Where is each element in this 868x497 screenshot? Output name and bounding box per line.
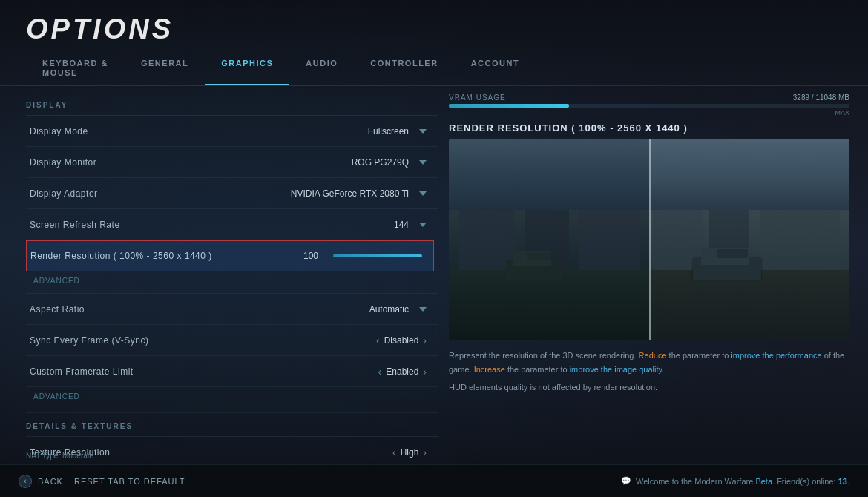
ground-right bbox=[649, 270, 849, 340]
aspect-ratio-label: Aspect Ratio bbox=[30, 304, 85, 315]
render-resolution-track[interactable] bbox=[333, 254, 422, 257]
display-monitor-value: ROG PG279Q bbox=[352, 157, 427, 168]
back-icon: ‹ bbox=[19, 475, 32, 488]
nav-tabs: KEYBOARD &MOUSE GENERAL GRAPHICS AUDIO C… bbox=[0, 45, 868, 86]
vsync-arrow-right[interactable]: › bbox=[423, 335, 427, 346]
display-adapter-label: Display Adapter bbox=[30, 188, 98, 199]
nat-type: NAT Type: Moderate bbox=[26, 452, 93, 460]
scene-left bbox=[449, 139, 649, 340]
aspect-ratio-chevron bbox=[419, 307, 427, 312]
advanced-framerate-row[interactable]: Advanced bbox=[26, 387, 438, 413]
advanced-framerate-label: Advanced bbox=[30, 389, 84, 407]
framerate-limit-label: Custom Framerate Limit bbox=[30, 366, 134, 377]
screen-refresh-rate-label: Screen Refresh Rate bbox=[30, 220, 120, 230]
texture-resolution-row[interactable]: Texture Resolution ‹ High › bbox=[26, 437, 438, 464]
tab-graphics[interactable]: GRAPHICS bbox=[205, 51, 289, 85]
footer-left: ‹ Back Reset tab to Default bbox=[19, 475, 185, 488]
vram-track bbox=[449, 104, 849, 108]
texture-resolution-value: ‹ High › bbox=[392, 447, 427, 458]
footer: ‹ Back Reset tab to Default 💬 Welcome to… bbox=[0, 464, 868, 497]
screen-refresh-rate-value: 144 bbox=[394, 220, 427, 230]
vram-label-row: Vram Usage 3289 / 11048 MB bbox=[449, 93, 849, 102]
page-title: OPTIONS bbox=[26, 13, 842, 45]
reset-button[interactable]: Reset tab to Default bbox=[74, 477, 185, 486]
aspect-ratio-row[interactable]: Aspect Ratio Automatic bbox=[26, 294, 438, 325]
display-mode-value: Fullscreen bbox=[368, 126, 427, 136]
render-resolution-row[interactable]: Render Resolution ( 100% - 2560 x 1440 )… bbox=[26, 240, 434, 271]
details-textures-label: DETAILS & TEXTURES bbox=[26, 422, 438, 430]
ground-left bbox=[449, 270, 649, 340]
header: OPTIONS bbox=[0, 0, 868, 45]
vram-label: Vram Usage bbox=[449, 93, 506, 102]
welcome-text: Welcome to the Modern Warfare Beta. Frie… bbox=[636, 477, 849, 486]
screen-refresh-rate-row[interactable]: Screen Refresh Rate 144 bbox=[26, 209, 438, 240]
framerate-limit-arrow-right[interactable]: › bbox=[423, 366, 427, 378]
beta-link[interactable]: Beta bbox=[755, 477, 772, 486]
vsync-arrow-left[interactable]: ‹ bbox=[376, 335, 380, 346]
details-settings-list: Texture Resolution ‹ High › bbox=[26, 436, 438, 464]
texture-resolution-arrow-right[interactable]: › bbox=[423, 447, 427, 458]
vram-max-label: MAX bbox=[449, 109, 849, 116]
reduce-link: Reduce bbox=[639, 351, 667, 360]
scene-divider bbox=[649, 139, 651, 340]
display-mode-row[interactable]: Display Mode Fullscreen bbox=[26, 116, 438, 147]
description-text: Represent the resolution of the 3D scene… bbox=[449, 349, 849, 376]
left-panel: DISPLAY Display Mode Fullscreen Display … bbox=[0, 86, 438, 464]
advanced-display-row[interactable]: Advanced bbox=[26, 271, 438, 294]
display-section-label: DISPLAY bbox=[26, 101, 438, 109]
framerate-limit-row[interactable]: Custom Framerate Limit ‹ Enabled › bbox=[26, 356, 438, 387]
tab-general[interactable]: GENERAL bbox=[125, 51, 205, 85]
page: OPTIONS KEYBOARD &MOUSE GENERAL GRAPHICS… bbox=[0, 0, 868, 497]
tab-keyboard-mouse[interactable]: KEYBOARD &MOUSE bbox=[26, 51, 125, 85]
framerate-limit-value: ‹ Enabled › bbox=[378, 366, 427, 378]
render-resolution-fill bbox=[333, 254, 422, 257]
chat-icon: 💬 bbox=[621, 476, 631, 486]
vsync-row[interactable]: Sync Every Frame (V-Sync) ‹ Disabled › bbox=[26, 325, 438, 356]
display-adapter-value: NVIDIA GeForce RTX 2080 Ti bbox=[291, 188, 427, 199]
display-mode-chevron bbox=[419, 129, 427, 134]
right-panel: Vram Usage 3289 / 11048 MB MAX RENDER RE… bbox=[438, 86, 868, 464]
scene-right bbox=[649, 139, 849, 340]
display-monitor-row[interactable]: Display Monitor ROG PG279Q bbox=[26, 147, 438, 178]
display-adapter-chevron bbox=[419, 191, 427, 196]
texture-resolution-arrow-left[interactable]: ‹ bbox=[392, 447, 396, 458]
performance-link: improve the performance bbox=[731, 351, 821, 360]
vram-fill bbox=[449, 104, 569, 108]
tab-audio[interactable]: AUDIO bbox=[289, 51, 354, 85]
advanced-display-label: Advanced bbox=[30, 274, 84, 291]
screen-refresh-rate-chevron bbox=[419, 223, 427, 227]
render-resolution-label: Render Resolution ( 100% - 2560 x 1440 ) bbox=[30, 251, 212, 261]
reset-label: Reset tab to Default bbox=[74, 477, 185, 486]
vsync-label: Sync Every Frame (V-Sync) bbox=[30, 335, 149, 346]
back-button[interactable]: ‹ Back bbox=[19, 475, 63, 488]
preview-title: RENDER RESOLUTION ( 100% - 2560 X 1440 ) bbox=[449, 122, 849, 134]
friends-count: 13 bbox=[838, 477, 847, 486]
footer-right: 💬 Welcome to the Modern Warfare Beta. Fr… bbox=[621, 476, 849, 486]
render-resolution-value: 100 bbox=[303, 251, 422, 261]
display-settings-list: Display Mode Fullscreen Display Monitor … bbox=[26, 115, 438, 413]
vram-section: Vram Usage 3289 / 11048 MB MAX bbox=[449, 93, 849, 116]
display-adapter-row[interactable]: Display Adapter NVIDIA GeForce RTX 2080 … bbox=[26, 178, 438, 209]
aspect-ratio-value: Automatic bbox=[369, 304, 427, 315]
vram-values: 3289 / 11048 MB bbox=[793, 93, 849, 102]
display-monitor-label: Display Monitor bbox=[30, 157, 96, 168]
tab-account[interactable]: ACCOUNT bbox=[455, 51, 536, 85]
hud-note: HUD elements quality is not affected by … bbox=[449, 383, 849, 392]
tab-controller[interactable]: CONTROLLER bbox=[354, 51, 454, 85]
back-label: Back bbox=[38, 477, 63, 486]
main-content: DISPLAY Display Mode Fullscreen Display … bbox=[0, 86, 868, 464]
preview-image bbox=[449, 139, 849, 340]
render-resolution-slider-container[interactable]: 100 bbox=[303, 251, 422, 261]
vsync-value: ‹ Disabled › bbox=[376, 335, 427, 346]
display-mode-label: Display Mode bbox=[30, 126, 88, 136]
render-resolution-number: 100 bbox=[303, 251, 326, 261]
quality-link: improve the image quality. bbox=[570, 365, 665, 374]
increase-link: Increase bbox=[474, 365, 505, 374]
display-monitor-chevron bbox=[419, 160, 427, 165]
framerate-limit-arrow-left[interactable]: ‹ bbox=[378, 366, 382, 378]
